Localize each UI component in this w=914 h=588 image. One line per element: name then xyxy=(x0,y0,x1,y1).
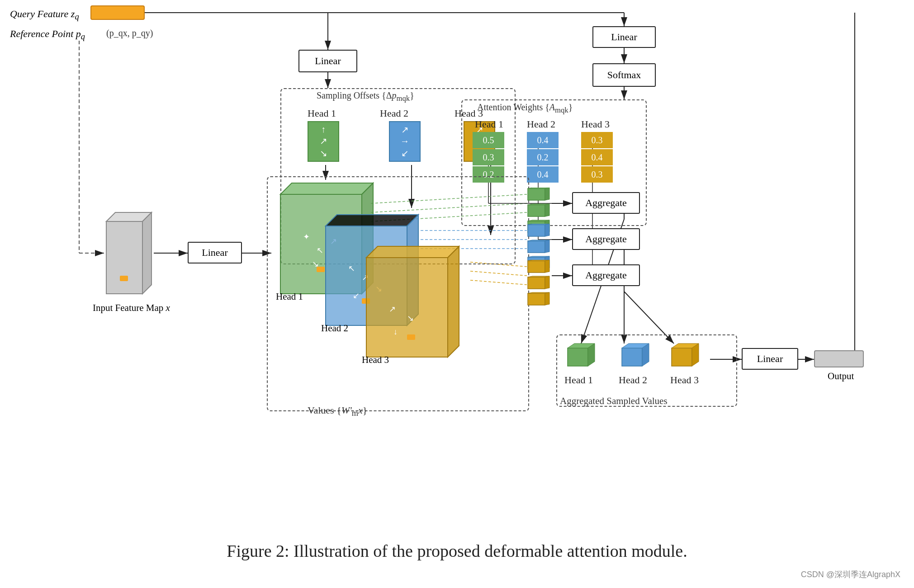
svg-marker-91 xyxy=(545,260,549,273)
svg-marker-49 xyxy=(280,183,373,194)
attn-head2-label: Head 2 xyxy=(527,118,555,130)
linear-bottom-right: Linear xyxy=(742,348,798,370)
linear-top-right: Linear xyxy=(592,26,656,48)
svg-marker-85 xyxy=(545,240,549,253)
linear-middle: Linear xyxy=(188,242,242,263)
attn-col-yellow: 0.3 0.4 0.3 xyxy=(581,132,613,183)
attn-col-green: 0.5 0.3 0.2 xyxy=(473,132,504,183)
watermark: CSDN @深圳季连AlgraphX xyxy=(801,569,900,580)
head3-feature-map: ↗ ↘ ↓ Head 3 xyxy=(357,240,470,368)
svg-marker-97 xyxy=(545,292,549,305)
svg-marker-46 xyxy=(142,212,152,294)
svg-rect-47 xyxy=(120,276,128,281)
svg-text:↓: ↓ xyxy=(393,327,398,336)
svg-marker-76 xyxy=(545,204,549,216)
attn-head3-label: Head 3 xyxy=(581,118,610,130)
svg-text:↖: ↖ xyxy=(348,264,355,273)
svg-rect-98 xyxy=(568,348,588,366)
aggregated-label: Aggregated Sampled Values xyxy=(560,395,668,407)
svg-rect-89 xyxy=(528,261,545,273)
svg-marker-66 xyxy=(448,246,459,357)
agg-head3-label: Head 3 xyxy=(670,374,699,386)
input-map-label: Input Feature Map x xyxy=(93,302,170,314)
ref-point-coords: (p_qx, p_qy) xyxy=(106,28,153,38)
aggregate-box-2: Aggregate xyxy=(572,228,640,250)
svg-text:↘: ↘ xyxy=(407,314,414,323)
svg-rect-95 xyxy=(528,293,545,305)
aggregate-box-1: Aggregate xyxy=(572,192,640,214)
values-label: Values {W'mx} xyxy=(308,405,367,418)
head2-value-label: Head 2 xyxy=(321,323,348,334)
aggregated-cube-yellow xyxy=(669,341,701,373)
svg-rect-71 xyxy=(528,188,545,200)
svg-text:✦: ✦ xyxy=(303,232,310,241)
linear-top: Linear xyxy=(298,50,357,72)
svg-rect-104 xyxy=(672,348,692,366)
svg-marker-82 xyxy=(545,224,549,236)
svg-rect-44 xyxy=(106,221,142,294)
svg-rect-80 xyxy=(528,225,545,236)
svg-rect-70 xyxy=(407,334,415,340)
aggregated-cube-blue xyxy=(620,341,651,373)
svg-rect-64 xyxy=(366,258,448,357)
attn-col-blue: 0.4 0.2 0.4 xyxy=(527,132,559,183)
diagram-container: Query Feature zq Reference Point pq (p_q… xyxy=(0,0,914,588)
svg-marker-94 xyxy=(545,276,549,289)
softmax-box: Softmax xyxy=(592,63,656,87)
output-box xyxy=(814,350,864,367)
svg-rect-101 xyxy=(622,348,642,366)
sampled-cubes-yellow xyxy=(527,260,552,310)
query-feature-label: Query Feature zq xyxy=(10,8,79,22)
head1-value-label: Head 1 xyxy=(276,291,303,302)
svg-marker-57 xyxy=(326,215,418,226)
head3-value-label: Head 3 xyxy=(362,354,389,366)
figure-caption: Figure 2: Illustration of the proposed d… xyxy=(227,541,687,561)
query-feature-text: Query Feature z xyxy=(10,8,75,19)
svg-marker-65 xyxy=(366,246,459,258)
sampling-arrows-blue: ↗ → ↙ xyxy=(389,121,421,162)
query-feature-box xyxy=(90,5,145,20)
output-label: Output xyxy=(828,371,854,382)
svg-text:↗: ↗ xyxy=(389,305,396,314)
agg-head1-label: Head 1 xyxy=(564,374,593,386)
attn-head1-label: Head 1 xyxy=(475,118,503,130)
aggregate-box-3: Aggregate xyxy=(572,264,640,286)
agg-head2-label: Head 2 xyxy=(619,374,647,386)
attention-weights-label: Attention Weights {Amqk} xyxy=(477,102,573,115)
ref-point-label: Reference Point pq xyxy=(10,28,85,42)
input-feature-map: Input Feature Map x xyxy=(97,208,156,300)
svg-rect-74 xyxy=(528,205,545,216)
sampling-arrows-green: ↑ ↗ ↘ xyxy=(308,121,339,162)
svg-rect-83 xyxy=(528,241,545,253)
sampling-head1-label: Head 1 xyxy=(308,108,336,119)
sampling-head2-label: Head 2 xyxy=(380,108,408,119)
aggregated-cube-green xyxy=(565,341,597,373)
sampling-offsets-label: Sampling Offsets {Δpmqk} xyxy=(317,90,414,103)
svg-rect-92 xyxy=(528,277,545,289)
svg-marker-73 xyxy=(545,188,549,200)
